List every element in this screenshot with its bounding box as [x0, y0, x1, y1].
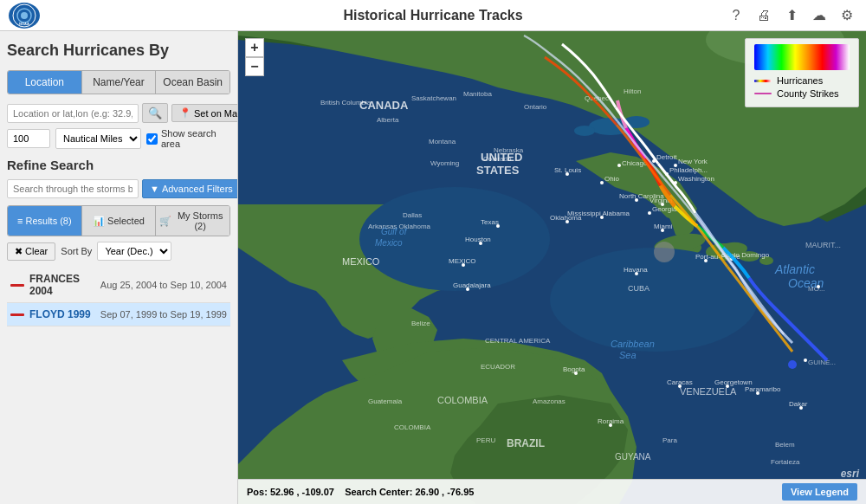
zoom-in-button[interactable]: +	[245, 38, 264, 57]
frances-name: FRANCES 2004	[29, 273, 100, 297]
header-actions: ? 🖨 ⬆ ☁ ⚙	[726, 5, 857, 26]
svg-text:Guadalajara: Guadalajara	[453, 281, 491, 289]
location-search-button[interactable]: 🔍	[142, 103, 168, 123]
position-info: Pos: 52.96 , -109.07 Search Center: 26.9…	[247, 487, 474, 497]
advanced-filters-button[interactable]: ▼ Advanced Filters	[142, 179, 238, 198]
svg-text:Caribbean: Caribbean	[611, 339, 655, 349]
tab-my-storms[interactable]: 🛒 My Storms (2)	[156, 206, 229, 236]
svg-text:GUINE...: GUINE...	[808, 359, 836, 366]
zoom-out-button[interactable]: −	[245, 57, 264, 76]
cart-icon: 🛒	[159, 216, 171, 227]
svg-text:STATES: STATES	[476, 164, 520, 177]
svg-text:Guatemala: Guatemala	[368, 397, 403, 405]
svg-text:Washington: Washington	[678, 175, 714, 183]
svg-text:MEXICO: MEXICO	[449, 257, 476, 265]
map-pin-icon: 📍	[179, 107, 191, 119]
show-search-area-checkbox[interactable]	[146, 133, 158, 145]
sort-row: ✖ Clear Sort By Year (Dec.) Year (Asc.) …	[7, 242, 230, 261]
svg-point-125	[788, 360, 797, 369]
svg-text:Amazonas: Amazonas	[533, 397, 565, 405]
svg-text:Atlantic: Atlantic	[774, 262, 815, 276]
svg-text:New York: New York	[678, 158, 708, 165]
svg-text:ECUADOR: ECUADOR	[481, 363, 515, 371]
svg-text:COLOMBIA: COLOMBIA	[437, 395, 488, 405]
tab-results[interactable]: ≡ Results (8)	[8, 206, 82, 236]
svg-text:Sea: Sea	[619, 350, 637, 360]
noaa-logo: NOAA	[9, 3, 40, 29]
svg-text:Arkansas Oklahoma: Arkansas Oklahoma	[368, 223, 431, 230]
svg-text:MO...: MO...	[808, 285, 825, 293]
svg-text:Hilton: Hilton	[624, 87, 641, 95]
set-on-map-button[interactable]: 📍 Set on Map	[171, 104, 238, 122]
results-icon: ≡	[17, 216, 23, 226]
view-legend-button[interactable]: View Legend	[782, 483, 857, 501]
storm-item-frances[interactable]: FRANCES 2004 Aug 25, 2004 to Sep 10, 200…	[7, 268, 230, 303]
svg-text:Wyoming: Wyoming	[430, 159, 459, 167]
clear-button[interactable]: ✖ Clear	[7, 242, 55, 261]
svg-text:CUBA: CUBA	[628, 284, 650, 293]
svg-text:VENEZUELA: VENEZUELA	[680, 386, 737, 397]
help-icon[interactable]: ?	[726, 5, 746, 26]
esri-logo: esri	[841, 468, 859, 480]
radius-unit-select[interactable]: Nautical Miles Miles Kilometers	[55, 128, 141, 149]
storm-search-row: ▼ Advanced Filters	[7, 179, 230, 198]
tab-selected[interactable]: 📊 Selected	[82, 206, 157, 236]
svg-text:Dakar: Dakar	[789, 400, 808, 408]
svg-text:Havana: Havana	[624, 266, 648, 274]
county-strikes-line	[754, 93, 772, 94]
svg-text:Para: Para	[662, 436, 677, 444]
storm-item-floyd[interactable]: FLOYD 1999 Sep 07, 1999 to Sep 19, 1999	[7, 303, 230, 326]
radius-input[interactable]	[7, 129, 50, 148]
download-icon[interactable]: ☁	[809, 5, 830, 26]
main-content: Search Hurricanes By Location Name/Year …	[0, 31, 866, 504]
hurricanes-line	[754, 80, 772, 82]
map-container[interactable]: Atlantic Ocean Caribbean Sea Gulf of Mex…	[238, 31, 866, 504]
settings-icon[interactable]: ⚙	[837, 5, 857, 26]
legend-color-ramp	[754, 44, 850, 70]
tab-ocean-basin[interactable]: Ocean Basin	[156, 71, 229, 94]
search-type-tabs: Location Name/Year Ocean Basin	[7, 70, 230, 94]
print-icon[interactable]: 🖨	[753, 5, 774, 26]
svg-text:British Columbia: British Columbia	[320, 99, 372, 107]
svg-text:COLOMBIA: COLOMBIA	[394, 423, 431, 431]
svg-text:Colorado: Colorado	[483, 155, 512, 163]
clear-icon: ✖	[15, 246, 23, 257]
svg-point-43	[617, 164, 621, 167]
svg-text:Alberta: Alberta	[377, 116, 399, 124]
svg-text:GUYANA: GUYANA	[615, 452, 651, 462]
svg-text:NOAA: NOAA	[19, 22, 29, 26]
svg-text:Saskatchewan: Saskatchewan	[411, 94, 456, 102]
svg-text:Houston: Houston	[465, 236, 491, 243]
svg-point-55	[600, 181, 604, 184]
floyd-name: FLOYD 1999	[29, 308, 100, 320]
floyd-dates: Sep 07, 1999 to Sep 19, 1999	[100, 309, 227, 320]
zoom-controls: + −	[245, 38, 264, 76]
legend-hurricanes: Hurricanes	[754, 75, 850, 86]
results-tabs: ≡ Results (8) 📊 Selected 🛒 My Storms (2)	[7, 205, 230, 236]
svg-text:Detroit: Detroit	[656, 153, 677, 161]
status-bar: Pos: 52.96 , -109.07 Search Center: 26.9…	[238, 479, 866, 504]
tab-location[interactable]: Location	[8, 71, 82, 94]
storm-search-input[interactable]	[7, 179, 139, 198]
tab-name-year[interactable]: Name/Year	[82, 71, 157, 94]
svg-text:Belem: Belem	[775, 441, 795, 449]
share-icon[interactable]: ⬆	[781, 5, 802, 26]
floyd-line-color	[10, 313, 24, 316]
map-legend: Hurricanes County Strikes	[745, 38, 859, 107]
svg-text:CENTRAL AMERICA: CENTRAL AMERICA	[485, 337, 551, 345]
chart-icon: 📊	[93, 216, 105, 227]
app-header: NOAA Historical Hurricane Tracks ? 🖨 ⬆ ☁…	[0, 0, 866, 31]
filter-icon: ▼	[150, 184, 159, 194]
show-search-area-label: Show search area	[146, 128, 230, 149]
svg-text:St. Louis: St. Louis	[554, 166, 581, 174]
search-by-title: Search Hurricanes By	[7, 38, 230, 63]
svg-text:Roraima: Roraima	[598, 417, 624, 425]
svg-text:MEXICO: MEXICO	[342, 256, 380, 267]
sort-select[interactable]: Year (Dec.) Year (Asc.) Name	[97, 242, 171, 261]
svg-text:Paramaribo: Paramaribo	[745, 385, 781, 393]
location-input[interactable]	[7, 104, 139, 123]
svg-text:PERU: PERU	[476, 436, 495, 444]
svg-text:Bogota: Bogota	[563, 365, 585, 373]
location-input-row: 🔍 📍 Set on Map	[7, 103, 230, 123]
svg-text:Miami: Miami	[654, 223, 673, 230]
